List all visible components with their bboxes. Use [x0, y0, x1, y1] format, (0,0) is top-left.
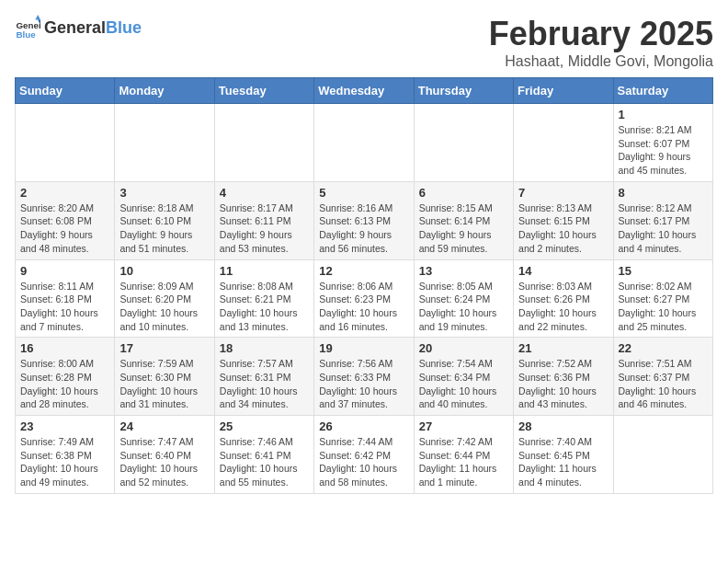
calendar-week-row: 16Sunrise: 8:00 AM Sunset: 6:28 PM Dayli… — [16, 338, 713, 416]
calendar-cell: 18Sunrise: 7:57 AM Sunset: 6:31 PM Dayli… — [214, 338, 313, 416]
calendar-cell: 15Sunrise: 8:02 AM Sunset: 6:27 PM Dayli… — [613, 259, 712, 338]
day-info: Sunrise: 7:57 AM Sunset: 6:31 PM Dayligh… — [220, 357, 309, 411]
day-number: 13 — [419, 264, 508, 278]
day-info: Sunrise: 8:17 AM Sunset: 6:11 PM Dayligh… — [220, 201, 309, 256]
calendar-week-row: 2Sunrise: 8:20 AM Sunset: 6:08 PM Daylig… — [16, 181, 713, 259]
calendar-cell: 17Sunrise: 7:59 AM Sunset: 6:30 PM Dayli… — [115, 338, 214, 416]
day-number: 20 — [419, 341, 508, 355]
day-info: Sunrise: 8:09 AM Sunset: 6:20 PM Dayligh… — [119, 280, 209, 334]
logo-general-text: General — [44, 18, 106, 38]
day-info: Sunrise: 7:44 AM Sunset: 6:42 PM Dayligh… — [319, 435, 408, 489]
day-number: 26 — [319, 419, 408, 433]
day-number: 4 — [220, 186, 309, 200]
day-number: 17 — [119, 341, 209, 355]
day-number: 12 — [319, 264, 408, 278]
calendar-cell: 20Sunrise: 7:54 AM Sunset: 6:34 PM Dayli… — [414, 338, 513, 416]
day-number: 14 — [518, 264, 608, 278]
location-subtitle: Hashaat, Middle Govi, Mongolia — [489, 53, 713, 70]
day-number: 6 — [419, 186, 508, 200]
calendar-cell: 23Sunrise: 7:49 AM Sunset: 6:38 PM Dayli… — [16, 416, 115, 494]
calendar-cell — [214, 104, 313, 182]
calendar-cell: 28Sunrise: 7:40 AM Sunset: 6:45 PM Dayli… — [514, 416, 613, 494]
day-info: Sunrise: 7:52 AM Sunset: 6:36 PM Dayligh… — [518, 357, 608, 411]
svg-text:Blue: Blue — [16, 29, 36, 40]
day-info: Sunrise: 8:20 AM Sunset: 6:08 PM Dayligh… — [20, 201, 109, 256]
day-number: 16 — [20, 341, 109, 355]
day-number: 18 — [220, 341, 309, 355]
day-number: 9 — [20, 264, 109, 278]
day-info: Sunrise: 7:54 AM Sunset: 6:34 PM Dayligh… — [419, 357, 508, 411]
day-info: Sunrise: 8:12 AM Sunset: 6:17 PM Dayligh… — [619, 201, 708, 256]
day-of-week-header: Monday — [115, 78, 214, 104]
day-number: 1 — [619, 108, 708, 121]
calendar-cell: 13Sunrise: 8:05 AM Sunset: 6:24 PM Dayli… — [414, 259, 513, 338]
day-number: 8 — [619, 186, 708, 200]
day-info: Sunrise: 7:40 AM Sunset: 6:45 PM Dayligh… — [518, 435, 608, 489]
day-number: 28 — [518, 419, 608, 433]
calendar-week-row: 23Sunrise: 7:49 AM Sunset: 6:38 PM Dayli… — [16, 416, 713, 494]
day-number: 5 — [319, 186, 408, 200]
day-number: 3 — [119, 186, 209, 200]
calendar-cell — [514, 104, 613, 182]
calendar-cell — [613, 416, 712, 494]
calendar-cell: 21Sunrise: 7:52 AM Sunset: 6:36 PM Dayli… — [514, 338, 613, 416]
day-of-week-header: Saturday — [613, 78, 712, 104]
calendar-week-row: 1Sunrise: 8:21 AM Sunset: 6:07 PM Daylig… — [16, 104, 713, 182]
day-number: 2 — [20, 186, 109, 200]
day-number: 27 — [419, 419, 508, 433]
calendar-cell: 2Sunrise: 8:20 AM Sunset: 6:08 PM Daylig… — [16, 181, 115, 259]
calendar-cell: 11Sunrise: 8:08 AM Sunset: 6:21 PM Dayli… — [214, 259, 313, 338]
calendar-cell: 14Sunrise: 8:03 AM Sunset: 6:26 PM Dayli… — [514, 259, 613, 338]
day-of-week-header: Friday — [514, 78, 613, 104]
day-number: 10 — [119, 264, 209, 278]
calendar-cell — [115, 104, 214, 182]
calendar-header-row: SundayMondayTuesdayWednesdayThursdayFrid… — [16, 78, 713, 104]
svg-marker-2 — [35, 15, 40, 20]
day-of-week-header: Sunday — [16, 78, 115, 104]
calendar-cell: 26Sunrise: 7:44 AM Sunset: 6:42 PM Dayli… — [314, 416, 414, 494]
day-info: Sunrise: 8:18 AM Sunset: 6:10 PM Dayligh… — [119, 201, 209, 256]
day-info: Sunrise: 7:56 AM Sunset: 6:33 PM Dayligh… — [319, 357, 408, 411]
day-number: 19 — [319, 341, 408, 355]
calendar-table: SundayMondayTuesdayWednesdayThursdayFrid… — [15, 77, 713, 494]
calendar-cell — [314, 104, 414, 182]
calendar-cell: 7Sunrise: 8:13 AM Sunset: 6:15 PM Daylig… — [514, 181, 613, 259]
day-info: Sunrise: 8:03 AM Sunset: 6:26 PM Dayligh… — [518, 280, 608, 334]
calendar-cell: 4Sunrise: 8:17 AM Sunset: 6:11 PM Daylig… — [214, 181, 313, 259]
calendar-cell — [16, 104, 115, 182]
calendar-cell: 6Sunrise: 8:15 AM Sunset: 6:14 PM Daylig… — [414, 181, 513, 259]
day-info: Sunrise: 8:21 AM Sunset: 6:07 PM Dayligh… — [619, 123, 708, 178]
logo-icon: General Blue — [15, 15, 40, 40]
day-info: Sunrise: 8:11 AM Sunset: 6:18 PM Dayligh… — [20, 280, 109, 334]
day-info: Sunrise: 8:16 AM Sunset: 6:13 PM Dayligh… — [319, 201, 408, 256]
day-info: Sunrise: 8:00 AM Sunset: 6:28 PM Dayligh… — [20, 357, 109, 411]
logo: General Blue General Blue — [15, 15, 142, 40]
calendar-cell: 25Sunrise: 7:46 AM Sunset: 6:41 PM Dayli… — [214, 416, 313, 494]
day-number: 22 — [619, 341, 708, 355]
day-info: Sunrise: 8:08 AM Sunset: 6:21 PM Dayligh… — [220, 280, 309, 334]
calendar-cell: 1Sunrise: 8:21 AM Sunset: 6:07 PM Daylig… — [613, 104, 712, 182]
calendar-cell: 12Sunrise: 8:06 AM Sunset: 6:23 PM Dayli… — [314, 259, 414, 338]
day-number: 21 — [518, 341, 608, 355]
calendar-cell: 5Sunrise: 8:16 AM Sunset: 6:13 PM Daylig… — [314, 181, 414, 259]
calendar-cell: 9Sunrise: 8:11 AM Sunset: 6:18 PM Daylig… — [16, 259, 115, 338]
calendar-cell: 27Sunrise: 7:42 AM Sunset: 6:44 PM Dayli… — [414, 416, 513, 494]
calendar-week-row: 9Sunrise: 8:11 AM Sunset: 6:18 PM Daylig… — [16, 259, 713, 338]
calendar-cell: 8Sunrise: 8:12 AM Sunset: 6:17 PM Daylig… — [613, 181, 712, 259]
day-number: 11 — [220, 264, 309, 278]
day-info: Sunrise: 8:06 AM Sunset: 6:23 PM Dayligh… — [319, 280, 408, 334]
day-number: 23 — [20, 419, 109, 433]
day-of-week-header: Wednesday — [314, 78, 414, 104]
calendar-cell: 22Sunrise: 7:51 AM Sunset: 6:37 PM Dayli… — [613, 338, 712, 416]
calendar-cell: 19Sunrise: 7:56 AM Sunset: 6:33 PM Dayli… — [314, 338, 414, 416]
day-info: Sunrise: 7:49 AM Sunset: 6:38 PM Dayligh… — [20, 435, 109, 489]
title-area: February 2025 Hashaat, Middle Govi, Mong… — [489, 15, 713, 70]
logo-blue-text: Blue — [106, 18, 142, 38]
day-info: Sunrise: 8:13 AM Sunset: 6:15 PM Dayligh… — [518, 201, 608, 256]
day-of-week-header: Tuesday — [214, 78, 313, 104]
day-of-week-header: Thursday — [414, 78, 513, 104]
day-info: Sunrise: 7:42 AM Sunset: 6:44 PM Dayligh… — [419, 435, 508, 489]
header: General Blue General Blue February 2025 … — [15, 15, 713, 70]
calendar-cell: 16Sunrise: 8:00 AM Sunset: 6:28 PM Dayli… — [16, 338, 115, 416]
day-info: Sunrise: 7:46 AM Sunset: 6:41 PM Dayligh… — [220, 435, 309, 489]
